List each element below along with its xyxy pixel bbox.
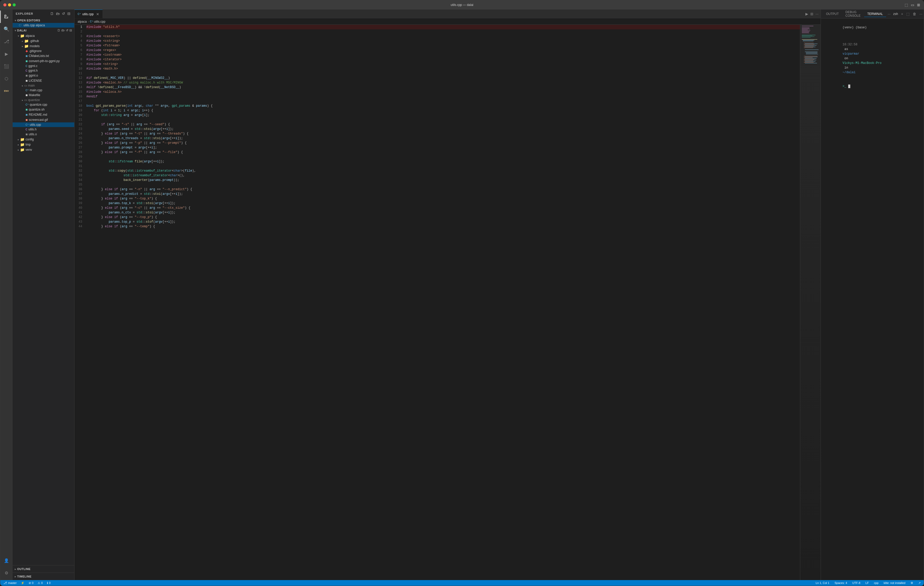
tree-item-gitignore[interactable]: ◆ .gitignore	[13, 49, 74, 53]
dalai-header[interactable]: ▾ DALAI 🗋 🗁 ↺ ⊟	[13, 28, 74, 33]
code-line-17	[86, 99, 800, 104]
tree-item-models[interactable]: ▸ 📁 models	[13, 44, 74, 49]
activity-debug[interactable]: ▶	[0, 48, 13, 60]
tree-item-screencast[interactable]: ■ screencast.gif	[13, 117, 74, 122]
dalai-arrow: ▾	[15, 29, 16, 32]
tree-item-license[interactable]: ■ LICENSE	[13, 78, 74, 83]
tab-utils-cpp[interactable]: C⁺ utils.cpp ✕	[74, 10, 102, 18]
tab-terminal[interactable]: TERMINAL	[864, 11, 886, 17]
sh-icon-quantize: ■	[26, 107, 28, 112]
tab-debug-console[interactable]: DEBUG CONSOLE	[842, 10, 864, 18]
status-remote[interactable]: ↗	[917, 580, 922, 586]
cpp-file-icon: C⁺	[19, 24, 22, 27]
tree-item-github[interactable]: ▸ 📁 .github	[13, 38, 74, 44]
code-line-3: #include <cassert>	[86, 34, 800, 39]
activity-scm[interactable]: ⎇	[0, 35, 13, 48]
status-klite[interactable]: klite: not installed	[883, 580, 906, 586]
status-branch[interactable]: ⎇ master	[2, 580, 18, 586]
run-icon[interactable]: ▶	[805, 12, 808, 16]
panel-trash-icon[interactable]: 🗑	[912, 12, 917, 16]
status-sync[interactable]: ⚡	[20, 580, 26, 586]
tab-close-button[interactable]: ✕	[96, 12, 99, 16]
panel-more-icon[interactable]: ···	[887, 12, 892, 16]
code-area[interactable]: #include "utils.h" #include <cassert> #i…	[84, 25, 800, 580]
maximize-button[interactable]	[13, 3, 16, 7]
h-icon-utils: C	[26, 128, 27, 131]
tree-item-alpaca[interactable]: ▾ 📁 alpaca	[13, 33, 74, 38]
status-info[interactable]: ℹ 0	[46, 580, 51, 586]
timeline-section: ▸ TIMELINE	[13, 573, 74, 580]
breadcrumb-file[interactable]: utils.cpp	[94, 20, 106, 23]
terminal-content[interactable]: (venv) (base) 16:32:58 as vicparmar on V…	[821, 18, 924, 580]
code-line-10: #include <math.h>	[86, 66, 800, 71]
activity-remote[interactable]: ⬡	[0, 72, 13, 85]
open-editors-header[interactable]: ▾ OPEN EDITORS	[13, 18, 74, 23]
breadcrumb-alpaca[interactable]: alpaca	[78, 20, 87, 23]
tree-item-venv[interactable]: ▸ 📁 venv	[13, 147, 74, 152]
close-button[interactable]	[3, 3, 7, 7]
tree-item-convert-py[interactable]: ■ convert-pth-to-ggml.py	[13, 59, 74, 64]
tree-item-utils-o[interactable]: ■ utils.o	[13, 132, 74, 137]
code-line-42: } else if (arg == "--top_p") {	[86, 215, 800, 219]
new-file-icon[interactable]: 🗋	[50, 11, 54, 16]
dalai-icon4[interactable]: ⊟	[69, 29, 72, 32]
window-grid-icon[interactable]: ⊞	[917, 3, 921, 7]
activity-env[interactable]: ENV	[0, 85, 13, 97]
tree-item-ggml-h[interactable]: C ggml.h	[13, 68, 74, 73]
warnings-icon: ⚠	[38, 581, 40, 585]
code-line-8: #include <iterator>	[86, 57, 800, 62]
c-icon-ggml: C	[26, 65, 27, 67]
tree-item-config[interactable]: ▸ 📁 config	[13, 137, 74, 142]
tree-item-quantize-sh[interactable]: ■ quantize.sh	[13, 107, 74, 112]
more-icon[interactable]: ···	[815, 12, 818, 16]
minimize-button[interactable]	[8, 3, 11, 7]
status-left: ⎇ master ⚡ ⊘ 0 ⚠ 0 ℹ 0	[2, 580, 51, 586]
status-language[interactable]: cpp	[873, 580, 879, 586]
code-line-33: std::istreambuf_iterator<char>(),	[86, 173, 800, 178]
status-encoding[interactable]: UTF-8	[851, 580, 861, 586]
tree-item-main-cpp[interactable]: C⁺ main.cpp	[13, 88, 74, 92]
dalai-icon1[interactable]: 🗋	[57, 29, 61, 32]
tree-item-ggml-c[interactable]: C ggml.c	[13, 64, 74, 68]
outline-header[interactable]: ▸ OUTLINE	[13, 566, 74, 571]
status-warnings[interactable]: ⚠ 0	[36, 580, 44, 586]
new-folder-icon[interactable]: 🗁	[55, 11, 60, 16]
panel-split-icon[interactable]: ⬚	[905, 12, 911, 16]
collapse-icon[interactable]: ⊟	[67, 11, 71, 16]
status-position[interactable]: Ln 1, Col 1	[815, 580, 830, 586]
activity-settings[interactable]: ⚙	[0, 567, 13, 579]
status-errors[interactable]: ⊘ 0	[28, 580, 35, 586]
breadcrumb-sep1: ›	[87, 20, 89, 23]
panel-more2-icon[interactable]: ···	[918, 12, 924, 16]
window-panel-icon[interactable]: ▭	[910, 3, 914, 7]
tree-item-quantize-cpp[interactable]: C⁺ quantize.cpp	[13, 102, 74, 107]
status-feedback[interactable]: ⚙	[909, 580, 914, 586]
refresh-icon[interactable]: ↺	[61, 11, 66, 16]
code-line-39: params.top_k = std::stoi(argv[++i]);	[86, 201, 800, 206]
lnum-9: 9	[74, 62, 84, 66]
tab-output[interactable]: OUTPUT	[823, 11, 842, 17]
tree-item-makefile[interactable]: ■ Makefile	[13, 92, 74, 98]
tree-item-main-folder[interactable]: ▸ ▭ main	[13, 83, 74, 88]
tree-item-utils-h[interactable]: C utils.h	[13, 127, 74, 132]
open-editor-label: utils.cpp alpaca	[23, 23, 45, 27]
activity-search[interactable]: 🔍	[0, 23, 13, 35]
tree-item-ggml-o[interactable]: ■ ggml.o	[13, 73, 74, 78]
activity-extensions[interactable]: ⬛	[0, 60, 13, 72]
split-icon[interactable]: ⊞	[810, 12, 813, 16]
activity-explorer[interactable]	[0, 11, 13, 23]
activity-account[interactable]: 👤	[0, 554, 13, 567]
tree-item-cmake[interactable]: ■ CMakeLists.txt	[13, 53, 74, 59]
dalai-icon3[interactable]: ↺	[66, 29, 69, 32]
tree-item-readme[interactable]: ■ README.md	[13, 112, 74, 117]
window-layout-icon[interactable]: ⬚	[904, 3, 908, 7]
timeline-header[interactable]: ▸ TIMELINE	[13, 574, 74, 579]
status-eol[interactable]: LF	[865, 580, 870, 586]
tree-item-utils-cpp[interactable]: C⁺ utils.cpp	[13, 122, 74, 127]
dalai-icon2[interactable]: 🗁	[61, 29, 65, 32]
panel-add-icon[interactable]: +	[900, 12, 904, 16]
tree-item-quantize-folder[interactable]: ▸ ▭ quantize	[13, 98, 74, 102]
status-spaces[interactable]: Spaces: 4	[833, 580, 848, 586]
tree-item-tmp[interactable]: ▸ 📁 tmp	[13, 142, 74, 147]
open-editor-utils-cpp[interactable]: C⁺ utils.cpp alpaca	[13, 23, 74, 28]
